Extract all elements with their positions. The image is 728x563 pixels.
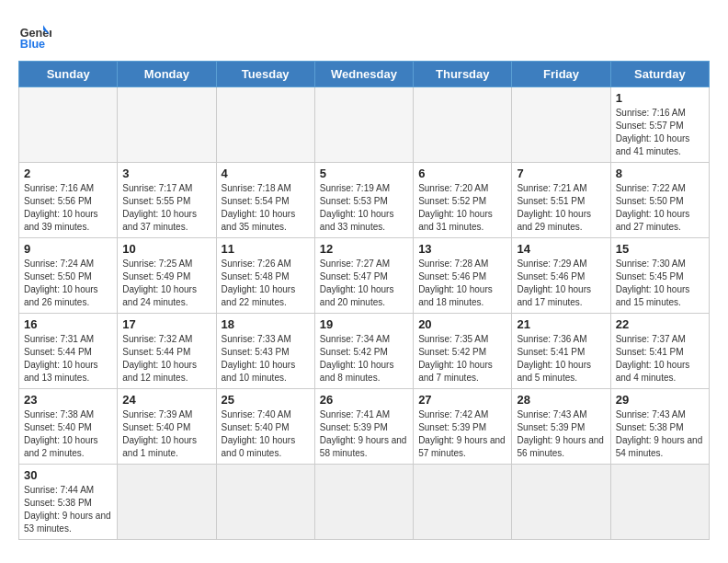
day-info: Sunrise: 7:24 AM Sunset: 5:50 PM Dayligh… xyxy=(24,258,112,309)
calendar-cell: 7Sunrise: 7:21 AM Sunset: 5:51 PM Daylig… xyxy=(512,163,610,238)
calendar-cell xyxy=(118,87,216,163)
day-number: 19 xyxy=(320,317,408,331)
day-number: 16 xyxy=(24,317,112,331)
calendar-cell: 22Sunrise: 7:37 AM Sunset: 5:41 PM Dayli… xyxy=(610,314,709,389)
week-row-2: 2Sunrise: 7:16 AM Sunset: 5:56 PM Daylig… xyxy=(19,163,710,238)
day-number: 9 xyxy=(24,242,112,256)
day-number: 12 xyxy=(320,242,408,256)
day-info: Sunrise: 7:31 AM Sunset: 5:44 PM Dayligh… xyxy=(24,333,112,385)
day-number: 26 xyxy=(320,393,408,407)
calendar-cell: 24Sunrise: 7:39 AM Sunset: 5:40 PM Dayli… xyxy=(118,389,216,465)
day-info: Sunrise: 7:44 AM Sunset: 5:38 PM Dayligh… xyxy=(24,484,112,535)
day-header-thursday: Thursday xyxy=(414,62,512,87)
day-info: Sunrise: 7:19 AM Sunset: 5:53 PM Dayligh… xyxy=(320,182,408,234)
calendar-cell xyxy=(216,87,314,163)
calendar-cell: 28Sunrise: 7:43 AM Sunset: 5:39 PM Dayli… xyxy=(512,389,610,465)
logo-icon: General Blue xyxy=(18,18,51,52)
day-info: Sunrise: 7:38 AM Sunset: 5:40 PM Dayligh… xyxy=(24,408,112,460)
day-number: 2 xyxy=(24,167,112,180)
day-number: 17 xyxy=(122,317,210,331)
calendar-cell: 4Sunrise: 7:18 AM Sunset: 5:54 PM Daylig… xyxy=(216,163,314,238)
day-info: Sunrise: 7:18 AM Sunset: 5:54 PM Dayligh… xyxy=(222,182,310,234)
day-info: Sunrise: 7:42 AM Sunset: 5:39 PM Dayligh… xyxy=(418,408,506,460)
calendar-cell xyxy=(314,465,413,540)
day-number: 14 xyxy=(517,242,605,256)
day-info: Sunrise: 7:26 AM Sunset: 5:48 PM Dayligh… xyxy=(222,258,310,309)
calendar-cell xyxy=(414,465,512,540)
calendar-cell: 1Sunrise: 7:16 AM Sunset: 5:57 PM Daylig… xyxy=(610,87,709,163)
day-number: 22 xyxy=(616,317,704,331)
day-info: Sunrise: 7:34 AM Sunset: 5:42 PM Dayligh… xyxy=(320,333,408,385)
svg-text:Blue: Blue xyxy=(20,38,45,51)
calendar-cell xyxy=(512,87,610,163)
day-number: 7 xyxy=(517,167,605,180)
calendar-cell xyxy=(216,465,314,540)
day-header-saturday: Saturday xyxy=(610,62,709,87)
day-info: Sunrise: 7:35 AM Sunset: 5:42 PM Dayligh… xyxy=(418,333,506,385)
day-number: 3 xyxy=(122,167,210,180)
day-header-wednesday: Wednesday xyxy=(314,62,413,87)
day-header-friday: Friday xyxy=(512,62,610,87)
calendar-cell: 25Sunrise: 7:40 AM Sunset: 5:40 PM Dayli… xyxy=(216,389,314,465)
day-number: 29 xyxy=(616,393,704,407)
calendar-cell: 16Sunrise: 7:31 AM Sunset: 5:44 PM Dayli… xyxy=(19,314,118,389)
day-number: 15 xyxy=(616,242,704,256)
day-number: 8 xyxy=(616,167,704,180)
day-info: Sunrise: 7:16 AM Sunset: 5:57 PM Dayligh… xyxy=(616,107,704,158)
week-row-6: 30Sunrise: 7:44 AM Sunset: 5:38 PM Dayli… xyxy=(19,465,710,540)
calendar-cell: 26Sunrise: 7:41 AM Sunset: 5:39 PM Dayli… xyxy=(314,389,413,465)
calendar-cell: 13Sunrise: 7:28 AM Sunset: 5:46 PM Dayli… xyxy=(414,238,512,314)
calendar-cell xyxy=(314,87,413,163)
day-info: Sunrise: 7:17 AM Sunset: 5:55 PM Dayligh… xyxy=(122,182,210,234)
day-header-monday: Monday xyxy=(118,62,216,87)
calendar-cell: 27Sunrise: 7:42 AM Sunset: 5:39 PM Dayli… xyxy=(414,389,512,465)
day-header-tuesday: Tuesday xyxy=(216,62,314,87)
week-row-1: 1Sunrise: 7:16 AM Sunset: 5:57 PM Daylig… xyxy=(19,87,710,163)
header: General Blue xyxy=(18,18,710,52)
day-number: 28 xyxy=(517,393,605,407)
calendar-cell: 11Sunrise: 7:26 AM Sunset: 5:48 PM Dayli… xyxy=(216,238,314,314)
calendar-cell: 21Sunrise: 7:36 AM Sunset: 5:41 PM Dayli… xyxy=(512,314,610,389)
calendar-cell: 6Sunrise: 7:20 AM Sunset: 5:52 PM Daylig… xyxy=(414,163,512,238)
day-info: Sunrise: 7:27 AM Sunset: 5:47 PM Dayligh… xyxy=(320,258,408,309)
day-headers: SundayMondayTuesdayWednesdayThursdayFrid… xyxy=(19,62,710,87)
day-info: Sunrise: 7:33 AM Sunset: 5:43 PM Dayligh… xyxy=(222,333,310,385)
calendar-cell: 10Sunrise: 7:25 AM Sunset: 5:49 PM Dayli… xyxy=(118,238,216,314)
day-info: Sunrise: 7:28 AM Sunset: 5:46 PM Dayligh… xyxy=(418,258,506,309)
calendar-cell: 3Sunrise: 7:17 AM Sunset: 5:55 PM Daylig… xyxy=(118,163,216,238)
calendar-cell: 20Sunrise: 7:35 AM Sunset: 5:42 PM Dayli… xyxy=(414,314,512,389)
calendar-cell xyxy=(118,465,216,540)
day-header-sunday: Sunday xyxy=(19,62,118,87)
calendar-cell: 18Sunrise: 7:33 AM Sunset: 5:43 PM Dayli… xyxy=(216,314,314,389)
day-number: 25 xyxy=(222,393,310,407)
logo: General Blue xyxy=(18,18,51,52)
calendar: SundayMondayTuesdayWednesdayThursdayFrid… xyxy=(18,61,710,540)
day-info: Sunrise: 7:20 AM Sunset: 5:52 PM Dayligh… xyxy=(418,182,506,234)
calendar-cell: 17Sunrise: 7:32 AM Sunset: 5:44 PM Dayli… xyxy=(118,314,216,389)
day-number: 4 xyxy=(222,167,310,180)
day-number: 10 xyxy=(122,242,210,256)
calendar-cell: 15Sunrise: 7:30 AM Sunset: 5:45 PM Dayli… xyxy=(610,238,709,314)
week-row-4: 16Sunrise: 7:31 AM Sunset: 5:44 PM Dayli… xyxy=(19,314,710,389)
calendar-cell: 23Sunrise: 7:38 AM Sunset: 5:40 PM Dayli… xyxy=(19,389,118,465)
day-info: Sunrise: 7:29 AM Sunset: 5:46 PM Dayligh… xyxy=(517,258,605,309)
day-number: 23 xyxy=(24,393,112,407)
day-info: Sunrise: 7:43 AM Sunset: 5:39 PM Dayligh… xyxy=(517,408,605,460)
day-number: 18 xyxy=(222,317,310,331)
day-info: Sunrise: 7:41 AM Sunset: 5:39 PM Dayligh… xyxy=(320,408,408,460)
calendar-cell: 14Sunrise: 7:29 AM Sunset: 5:46 PM Dayli… xyxy=(512,238,610,314)
day-info: Sunrise: 7:30 AM Sunset: 5:45 PM Dayligh… xyxy=(616,258,704,309)
week-row-5: 23Sunrise: 7:38 AM Sunset: 5:40 PM Dayli… xyxy=(19,389,710,465)
day-info: Sunrise: 7:40 AM Sunset: 5:40 PM Dayligh… xyxy=(222,408,310,460)
week-row-3: 9Sunrise: 7:24 AM Sunset: 5:50 PM Daylig… xyxy=(19,238,710,314)
day-info: Sunrise: 7:39 AM Sunset: 5:40 PM Dayligh… xyxy=(122,408,210,460)
day-info: Sunrise: 7:22 AM Sunset: 5:50 PM Dayligh… xyxy=(616,182,704,234)
calendar-cell: 8Sunrise: 7:22 AM Sunset: 5:50 PM Daylig… xyxy=(610,163,709,238)
day-number: 1 xyxy=(616,91,704,105)
calendar-cell: 5Sunrise: 7:19 AM Sunset: 5:53 PM Daylig… xyxy=(314,163,413,238)
day-number: 24 xyxy=(122,393,210,407)
day-info: Sunrise: 7:36 AM Sunset: 5:41 PM Dayligh… xyxy=(517,333,605,385)
day-info: Sunrise: 7:16 AM Sunset: 5:56 PM Dayligh… xyxy=(24,182,112,234)
calendar-cell: 9Sunrise: 7:24 AM Sunset: 5:50 PM Daylig… xyxy=(19,238,118,314)
day-number: 6 xyxy=(418,167,506,180)
